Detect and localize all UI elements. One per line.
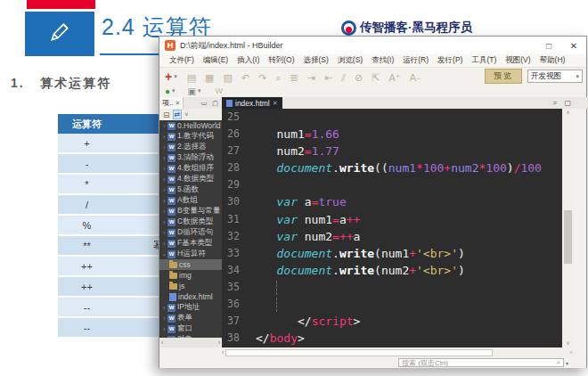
device-icon[interactable]: ▣ <box>188 86 196 96</box>
tree-expander-icon[interactable]: › <box>161 326 167 332</box>
save-icon[interactable]: ▦ <box>205 72 214 83</box>
code-editor[interactable]: 2526 num1=1.6627 num2=1.7728 document.wr… <box>222 109 562 347</box>
editor-tab-index-html[interactable]: index.html ✕ <box>222 97 282 109</box>
tree-expander-icon[interactable]: › <box>161 176 167 183</box>
menu-item[interactable]: 转到(O) <box>264 55 298 66</box>
tree-item-C数据类型[interactable]: ›WC数据类型 <box>159 217 222 227</box>
tree-item-D循环语句[interactable]: ›WD循环语句 <box>159 227 222 238</box>
code-line-36[interactable]: 36 <box>222 296 562 313</box>
browser-icon[interactable]: W <box>216 86 224 95</box>
project-tab-close-icon[interactable]: ✕ <box>175 100 180 107</box>
scroll-down-icon[interactable]: ˅ <box>562 340 574 347</box>
code-line-26[interactable]: 26 num1=1.66 <box>222 126 562 143</box>
tree-item-表单[interactable]: ›W表单 <box>159 313 222 323</box>
tree-item-5.函数[interactable]: ›W5.函数 <box>159 184 222 195</box>
tree-expander-icon[interactable]: › <box>161 155 167 161</box>
tree-expander-icon[interactable]: › <box>161 134 167 140</box>
uncomment-icon[interactable]: ⊘ <box>355 72 363 83</box>
collapse-all-icon[interactable]: ⊟ <box>163 110 170 119</box>
search-input[interactable]: 搜索 (双击Ctrl) ⌕ <box>398 358 564 367</box>
maximize-button[interactable]: □ <box>536 37 561 53</box>
tree-expander-icon[interactable]: › <box>161 219 167 225</box>
tree-item-4.数组排序[interactable]: ›W4.数组排序 <box>159 163 222 174</box>
code-line-27[interactable]: 27 num2=1.77 <box>222 143 562 159</box>
tree-expander-icon[interactable]: › <box>161 198 167 204</box>
menu-item[interactable]: 查找(I) <box>367 55 398 66</box>
code-line-29[interactable]: 29 <box>222 176 562 193</box>
format-icon[interactable]: ≣ <box>290 72 298 83</box>
scroll-right-icon[interactable]: › <box>218 339 220 346</box>
tree-expander-icon[interactable]: › <box>161 144 167 151</box>
outdent-icon[interactable]: ⇤ <box>324 72 332 83</box>
indent-icon[interactable]: ⇥ <box>307 72 315 83</box>
search-caret-icon[interactable]: ▾ <box>566 360 568 366</box>
tree-item-H运算符[interactable]: ⌄WH运算符 <box>159 249 222 259</box>
editor-vscrollbar[interactable]: ˄ ˅ <box>562 109 574 347</box>
window-titlebar[interactable]: H D:\前端/index.html - HBuilder □ ✕ <box>159 37 586 54</box>
tree-expander-icon[interactable]: › <box>161 315 167 322</box>
tree-item-F基本类型[interactable]: ›WF基本类型 <box>159 238 222 249</box>
scroll-up-icon[interactable]: ˄ <box>562 110 574 116</box>
tree-expander-icon[interactable]: ⌄ <box>161 250 167 257</box>
tree-expander-icon[interactable]: › <box>161 187 167 193</box>
project-panel-hscrollbar[interactable]: ‹ › <box>159 338 222 347</box>
menu-item[interactable]: 选择(S) <box>299 55 333 66</box>
tree-item-2.选择器[interactable]: ›W2.选择器 <box>159 142 222 152</box>
font-decrease-icon[interactable]: A₋ <box>410 72 421 83</box>
run-icon[interactable]: ● <box>165 86 170 96</box>
hscroll-thumb[interactable] <box>225 349 493 356</box>
panel-minmax-icons[interactable]: ▭ ▢ <box>201 100 222 107</box>
menu-item[interactable]: 插入(I) <box>233 55 264 66</box>
tree-item-窗口[interactable]: ›W窗口 <box>159 323 222 334</box>
menu-item[interactable]: 运行(R) <box>398 55 433 66</box>
tree-item-0.HelloWorld[interactable]: ›W0.HelloWorld <box>159 120 222 131</box>
tree-item-img[interactable]: img <box>159 270 222 281</box>
comment-icon[interactable]: ⫽ <box>341 72 346 83</box>
redo-icon[interactable]: ↷ <box>258 72 266 83</box>
code-line-32[interactable]: 32 var num2=++a <box>222 228 562 245</box>
tree-item-3.清除浮动[interactable]: ›W3.清除浮动 <box>159 152 222 163</box>
code-line-30[interactable]: 30 var a=true <box>222 193 562 210</box>
menu-item[interactable]: 浏览(S) <box>333 55 367 66</box>
vscroll-thumb[interactable] <box>564 210 572 264</box>
tree-expander-icon[interactable]: › <box>161 123 167 129</box>
tree-item-4.数据类型[interactable]: ›W4.数据类型 <box>159 174 222 184</box>
code-line-33[interactable]: 33 document.write(num1+'<br>') <box>222 245 562 262</box>
code-line-28[interactable]: 28 document.write((num1*100+num2*100)/10… <box>222 159 562 176</box>
preview-button[interactable]: 预览 <box>485 69 522 84</box>
hscroll-left-icon[interactable]: ‹ <box>222 349 224 356</box>
editor-tab-close-icon[interactable]: ✕ <box>273 100 278 107</box>
tree-item-IP地址[interactable]: ›WIP地址 <box>159 302 222 313</box>
tree-item-B变量与常量[interactable]: ›WB变量与常量 <box>159 206 222 217</box>
code-line-34[interactable]: 34 document.write(num2+'<br>') <box>222 262 562 279</box>
tree-expander-icon[interactable]: › <box>161 208 167 215</box>
font-increase-icon[interactable]: A⁺ <box>389 72 401 83</box>
code-line-37[interactable]: 37 </script> <box>222 313 562 330</box>
code-line-31[interactable]: 31 var num1=a++ <box>222 211 562 228</box>
editor-hscrollbar[interactable]: ‹ › <box>222 347 574 358</box>
tree-item-1.教学代码[interactable]: ›W1.教学代码 <box>159 131 222 142</box>
undo-icon[interactable]: ↶ <box>241 72 249 83</box>
view-mode-select[interactable]: 开发视图 ▾ <box>527 69 583 83</box>
editor-tab-menu-icons[interactable]: = ▢ <box>553 99 588 107</box>
menu-item[interactable]: 发行(P) <box>433 55 467 66</box>
menu-item[interactable]: 视图(V) <box>501 55 535 66</box>
code-line-25[interactable]: 25 <box>222 109 562 126</box>
panel-menu-caret-icon[interactable]: ˅ <box>184 111 188 118</box>
tree-expander-icon[interactable]: › <box>161 241 167 247</box>
code-line-38[interactable]: 38</body> <box>222 330 562 347</box>
menu-item[interactable]: 编辑(E) <box>199 55 233 66</box>
hscroll-right-icon[interactable]: › <box>570 349 572 356</box>
open-file-icon[interactable]: ▤ <box>187 72 196 83</box>
link-editor-icon[interactable]: ⇄ <box>173 110 183 119</box>
tree-expander-icon[interactable]: › <box>161 166 167 172</box>
save-all-icon[interactable]: ▧ <box>224 72 233 83</box>
run-caret-icon[interactable]: ▾ <box>172 87 176 94</box>
search-icon[interactable]: ⌕ <box>275 72 281 83</box>
tree-item-css[interactable]: css <box>159 259 222 270</box>
tree-item-js[interactable]: js <box>159 281 222 291</box>
scroll-left-icon[interactable]: ‹ <box>161 339 163 346</box>
menu-item[interactable]: 帮助(H) <box>535 55 570 66</box>
new-file-caret-icon[interactable]: ▾ <box>174 73 177 80</box>
project-explorer-tab[interactable]: 项.. ✕ <box>159 97 184 109</box>
